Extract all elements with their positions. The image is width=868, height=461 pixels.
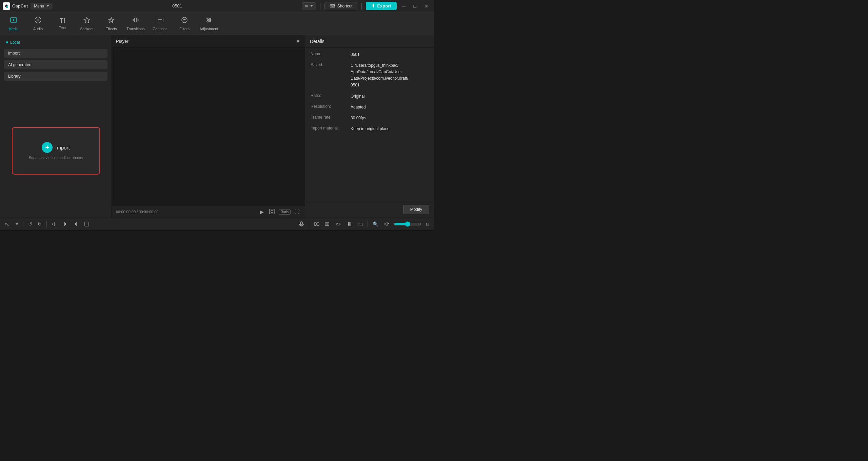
detail-row-saved: Saved: C:/Users/topgus_thinkpad/AppData/… <box>311 62 429 88</box>
svg-rect-16 <box>270 209 274 214</box>
svg-rect-29 <box>317 223 319 225</box>
export-button[interactable]: ⬆ Export <box>366 2 396 10</box>
svg-point-3 <box>35 17 41 23</box>
align-center-button[interactable] <box>344 220 354 228</box>
tab-transitions-label: Transitions <box>126 27 144 31</box>
ratio-button[interactable]: Ratio <box>279 209 291 215</box>
menu-button[interactable]: Menu <box>31 3 53 9</box>
player-menu-button[interactable]: ≡ <box>295 38 301 45</box>
shortcut-button[interactable]: ⌨ Shortcut <box>324 2 358 10</box>
detail-value-import-material: Keep in original place <box>351 126 429 132</box>
undo-button[interactable]: ↺ <box>26 220 34 228</box>
details-header: Details <box>305 35 434 47</box>
mute-button[interactable] <box>382 220 391 228</box>
left-panel-content: + Import Supports: videos, audios, photo… <box>0 84 112 218</box>
play-button[interactable]: ▶ <box>259 208 265 215</box>
time-separator: / <box>137 210 138 214</box>
player-header: Player ≡ <box>112 35 305 47</box>
details-content: Name: 0501 Saved: C:/Users/topgus_thinkp… <box>305 47 434 201</box>
select-tool-button[interactable]: ↖ <box>3 220 11 229</box>
link-button[interactable] <box>334 220 343 228</box>
zoom-fit-button[interactable]: ⊡ <box>424 220 431 228</box>
tab-effects[interactable]: Effects <box>99 14 123 34</box>
detail-label-framerate: Frame rate: <box>311 115 348 120</box>
restore-button[interactable]: □ <box>411 3 419 9</box>
tab-adjustment[interactable]: Adjustment <box>197 14 221 34</box>
tab-transitions[interactable]: Transitions <box>123 14 148 34</box>
select-dropdown-button[interactable] <box>13 222 20 226</box>
audio-icon <box>34 16 42 25</box>
svg-point-17 <box>271 211 273 213</box>
shortcut-label: Shortcut <box>337 4 353 8</box>
import-card[interactable]: + Import Supports: videos, audios, photo… <box>12 127 100 175</box>
titlebar: CapCut Menu 0501 ⊞ ⌨ Shortcut ⬆ Export ─… <box>0 0 434 12</box>
split-merge-button[interactable] <box>323 220 332 228</box>
svg-rect-37 <box>358 223 362 225</box>
fullscreen-button[interactable]: ⛶ <box>293 208 301 215</box>
tab-stickers[interactable]: Stickers <box>75 14 99 34</box>
titlebar-divider <box>320 3 320 9</box>
tab-filters-label: Filters <box>179 27 190 31</box>
svg-point-14 <box>209 19 211 21</box>
subtitle-button[interactable] <box>355 220 365 228</box>
left-panel: Local Import AI generated Library + Impo… <box>0 35 112 218</box>
tab-adjustment-label: Adjustment <box>199 27 218 31</box>
time-total: 00:00:00:00 <box>139 210 158 214</box>
minimize-button[interactable]: ─ <box>399 3 408 9</box>
detail-label-resolution: Resolution: <box>311 104 348 109</box>
svg-marker-19 <box>52 223 53 225</box>
menu-label: Menu <box>34 4 44 8</box>
tab-audio-label: Audio <box>33 27 43 31</box>
detail-row-import-material: Import material: Keep in original place <box>311 126 429 132</box>
fit-view-button[interactable] <box>268 208 276 216</box>
capcut-brand-text: CapCut <box>12 3 28 8</box>
capcut-logo: CapCut <box>3 2 28 10</box>
main-area: Local Import AI generated Library + Impo… <box>0 35 434 218</box>
trim-right-button[interactable] <box>71 220 81 228</box>
import-card-subtitle: Supports: videos, audios, photos <box>29 156 83 160</box>
nav-import-button[interactable]: Import <box>4 49 107 58</box>
svg-point-13 <box>208 18 209 20</box>
tab-media-label: Media <box>8 27 19 31</box>
microphone-button[interactable] <box>297 220 306 228</box>
layout-button[interactable]: ⊞ <box>302 2 316 9</box>
detail-value-resolution: Adapted <box>351 104 429 110</box>
svg-rect-28 <box>314 223 316 225</box>
delete-button[interactable] <box>82 220 92 228</box>
svg-marker-20 <box>55 223 56 225</box>
close-button[interactable]: ✕ <box>422 3 431 9</box>
trim-left-button[interactable] <box>60 220 70 228</box>
tab-effects-label: Effects <box>105 27 117 31</box>
svg-marker-39 <box>385 222 387 226</box>
tab-filters[interactable]: Filters <box>172 14 197 34</box>
svg-rect-36 <box>348 224 350 226</box>
menu-dropdown-arrow <box>46 5 49 7</box>
nav-item-local[interactable]: Local <box>3 38 109 47</box>
nav-ai-generated-button[interactable]: AI generated <box>4 60 107 69</box>
tab-captions[interactable]: Captions <box>148 14 172 34</box>
select-dropdown-arrow <box>16 223 18 225</box>
tab-media[interactable]: Media <box>1 14 26 34</box>
svg-rect-38 <box>362 224 362 226</box>
main-toolbar: Media Audio TI Text Stickers Effects Tra… <box>0 12 434 35</box>
titlebar-right: ⊞ ⌨ Shortcut ⬆ Export ─ □ ✕ <box>302 2 431 10</box>
adjustment-icon <box>205 16 213 25</box>
svg-marker-2 <box>13 19 15 21</box>
nav-library-button[interactable]: Library <box>4 72 107 81</box>
modify-button[interactable]: Modify <box>403 205 429 214</box>
search-timeline-button[interactable]: 🔍 <box>371 220 380 228</box>
redo-button[interactable]: ↻ <box>36 220 44 228</box>
toolbar-separator-4 <box>368 221 368 227</box>
tab-captions-label: Captions <box>153 27 167 31</box>
snap-fit-button[interactable] <box>312 220 321 228</box>
detail-row-name: Name: 0501 <box>311 52 429 58</box>
svg-point-4 <box>37 19 39 21</box>
zoom-slider[interactable] <box>394 221 421 227</box>
split-button[interactable] <box>50 220 59 228</box>
import-card-main: + Import <box>42 142 70 153</box>
details-panel: Details Name: 0501 Saved: C:/Users/topgu… <box>305 35 434 218</box>
tab-text[interactable]: TI Text <box>50 14 75 34</box>
layout-icon: ⊞ <box>305 4 308 8</box>
nav-local-dot <box>6 41 8 43</box>
tab-audio[interactable]: Audio <box>26 14 50 34</box>
